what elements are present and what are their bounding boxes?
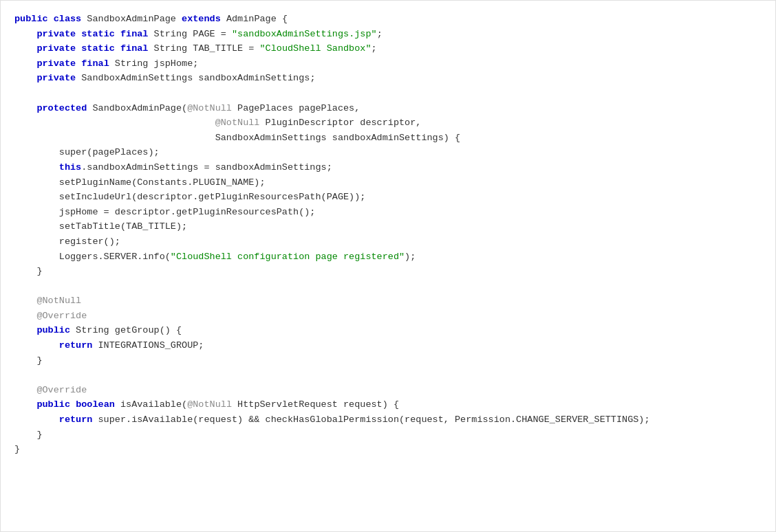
code-line <box>14 86 762 101</box>
code-line: setTabTitle(TAB_TITLE); <box>14 219 762 234</box>
code-line: setIncludeUrl(descriptor.getPluginResour… <box>14 190 762 205</box>
code-line <box>14 279 762 294</box>
code-line: this.sandboxAdminSettings = sandboxAdmin… <box>14 160 762 175</box>
code-line: public boolean isAvailable(@NotNull Http… <box>14 397 762 412</box>
code-line: private final String jspHome; <box>14 56 762 71</box>
code-line: } <box>14 442 762 457</box>
code-line: @Override <box>14 383 762 398</box>
code-line: public class SandboxAdminPage extends Ad… <box>14 12 762 27</box>
code-line: private static final String PAGE = "sand… <box>14 27 762 42</box>
code-editor: public class SandboxAdminPage extends Ad… <box>0 0 776 532</box>
code-line: } <box>14 428 762 443</box>
code-line: return INTEGRATIONS_GROUP; <box>14 338 762 353</box>
code-line: private static final String TAB_TITLE = … <box>14 41 762 56</box>
code-line <box>14 368 762 383</box>
code-line: } <box>14 353 762 368</box>
code-line: } <box>14 264 762 279</box>
code-line: jspHome = descriptor.getPluginResourcesP… <box>14 205 762 220</box>
code-line: @NotNull <box>14 293 762 309</box>
code-line: SandboxAdminSettings sandboxAdminSetting… <box>14 131 762 146</box>
code-line: Loggers.SERVER.info("CloudShell configur… <box>14 250 762 265</box>
code-content: public class SandboxAdminPage extends Ad… <box>14 12 762 457</box>
code-line: @Override <box>14 309 762 324</box>
code-line: private SandboxAdminSettings sandboxAdmi… <box>14 71 762 86</box>
code-line: register(); <box>14 234 762 250</box>
code-line: setPluginName(Constants.PLUGIN_NAME); <box>14 175 762 190</box>
code-line: protected SandboxAdminPage(@NotNull Page… <box>14 101 762 116</box>
code-line: @NotNull PluginDescriptor descriptor, <box>14 115 762 131</box>
code-line: return super.isAvailable(request) && che… <box>14 412 762 428</box>
code-line: public String getGroup() { <box>14 323 762 338</box>
code-line: super(pagePlaces); <box>14 145 762 160</box>
